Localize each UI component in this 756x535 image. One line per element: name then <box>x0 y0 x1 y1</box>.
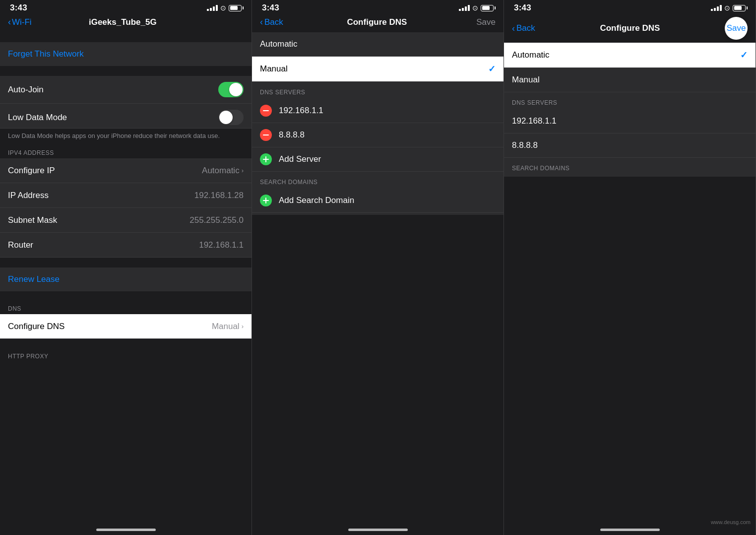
automatic-mode-row-3[interactable]: Automatic ✓ <box>504 43 756 68</box>
dns-server-3-ip-1: 192.168.1.1 <box>512 116 557 126</box>
status-bar-1: 3:43 ⊙ <box>0 0 252 15</box>
status-icons-3: ⊙ <box>711 4 746 12</box>
nav-bar-3: ‹ Back Configure DNS Save <box>504 15 756 43</box>
remove-server-2-button[interactable] <box>260 129 272 141</box>
chevron-left-icon-2: ‹ <box>260 17 263 27</box>
ipv4-section-label: IPV4 ADDRESS <box>0 145 252 158</box>
add-server-button[interactable] <box>260 153 272 165</box>
automatic-mode-label: Automatic <box>260 39 298 49</box>
time-2: 3:43 <box>262 3 279 13</box>
status-bar-3: 3:43 ⊙ <box>504 0 756 15</box>
subnet-mask-label: Subnet Mask <box>8 215 57 225</box>
back-button-3[interactable]: ‹ Back <box>512 23 535 34</box>
nav-bar-1: ‹ Wi-Fi iGeeks_Tube_5G <box>0 15 252 32</box>
router-label: Router <box>8 240 33 250</box>
dns-section-label: DNS <box>0 301 252 314</box>
configure-dns-value: Manual › <box>212 322 244 332</box>
status-icons-2: ⊙ <box>459 4 494 12</box>
automatic-mode-row[interactable]: Automatic <box>252 32 504 57</box>
signal-icon-2 <box>459 5 470 11</box>
checkmark-icon-2: ✓ <box>488 64 496 74</box>
add-server-row[interactable]: Add Server <box>252 147 504 172</box>
add-server-label: Add Server <box>279 154 321 164</box>
dns-server-2-ip: 8.8.8.8 <box>279 130 305 140</box>
subnet-mask-row: Subnet Mask 255.255.255.0 <box>0 208 252 233</box>
manual-mode-row-3[interactable]: Manual <box>504 68 756 92</box>
panel-wifi-detail: 3:43 ⊙ ‹ Wi-Fi iGeeks_Tube_5G Forget Thi… <box>0 0 252 535</box>
battery-icon-1 <box>229 5 242 11</box>
search-domains-label: SEARCH DOMAINS <box>252 172 504 189</box>
nav-bar-2: ‹ Back Configure DNS Save <box>252 15 504 32</box>
panel-configure-dns-manual: 3:43 ⊙ ‹ Back Configure DNS Save Automat… <box>252 0 504 535</box>
router-row: Router 192.168.1.1 <box>0 233 252 258</box>
auto-join-row: Auto-Join <box>0 76 252 104</box>
search-domains-label-3: SEARCH DOMAINS <box>504 158 756 175</box>
configure-ip-row[interactable]: Configure IP Automatic › <box>0 158 252 183</box>
dns-servers-section: DNS SERVERS 192.168.1.1 8.8.8.8 Add Serv… <box>252 82 504 215</box>
dns-server-row-2: 8.8.8.8 <box>252 123 504 147</box>
add-search-domain-button[interactable] <box>260 195 272 206</box>
nav-title-1: iGeeks_Tube_5G <box>2 17 244 27</box>
watermark: www.deusg.com <box>711 519 751 525</box>
ip-address-value: 192.168.1.28 <box>194 191 244 201</box>
time-3: 3:43 <box>514 3 531 13</box>
signal-icon-1 <box>207 5 218 11</box>
renew-lease-button[interactable]: Renew Lease <box>0 268 252 291</box>
home-indicator-2 <box>348 529 408 531</box>
chevron-left-icon-3: ‹ <box>512 23 515 34</box>
automatic-mode-label-3: Automatic <box>512 50 550 60</box>
nav-title-2: Configure DNS <box>347 17 407 27</box>
low-data-mode-toggle[interactable] <box>218 110 244 125</box>
home-indicator-1 <box>96 529 156 531</box>
http-proxy-label: HTTP PROXY <box>0 349 252 362</box>
router-value: 192.168.1.1 <box>199 240 244 250</box>
ip-address-row: IP Address 192.168.1.28 <box>0 183 252 208</box>
chevron-right-icon-configure-ip: › <box>242 167 244 174</box>
manual-mode-row[interactable]: Manual ✓ <box>252 57 504 82</box>
dns-server-3-ip-2: 8.8.8.8 <box>512 140 538 150</box>
low-data-mode-label: Low Data Mode <box>8 113 67 123</box>
home-indicator-3 <box>600 529 660 531</box>
nav-title-3: Configure DNS <box>600 23 660 33</box>
configure-dns-row[interactable]: Configure DNS Manual › <box>0 314 252 339</box>
signal-icon-3 <box>711 5 722 11</box>
configure-ip-label: Configure IP <box>8 166 55 176</box>
save-circle-label: Save <box>727 23 746 33</box>
add-search-domain-row[interactable]: Add Search Domain <box>252 189 504 213</box>
status-icons-1: ⊙ <box>207 4 242 12</box>
panel-configure-dns-automatic: 3:43 ⊙ ‹ Back Configure DNS Save Automat <box>504 0 756 535</box>
checkmark-icon-3: ✓ <box>740 50 748 61</box>
dns-servers-label-3: DNS SERVERS <box>504 92 756 109</box>
manual-mode-label: Manual <box>260 64 288 74</box>
back-label-3: Back <box>516 23 535 33</box>
low-data-description: Low Data Mode helps apps on your iPhone … <box>0 129 252 145</box>
time-1: 3:43 <box>10 3 27 13</box>
dns-server-plain-row-1: 192.168.1.1 <box>504 109 756 134</box>
configure-dns-label: Configure DNS <box>8 322 64 332</box>
manual-mode-label-3: Manual <box>512 75 540 85</box>
dns-server-plain-row-2: 8.8.8.8 <box>504 134 756 158</box>
auto-join-toggle[interactable] <box>218 82 244 97</box>
save-circle-button[interactable]: Save <box>725 17 748 40</box>
remove-server-1-button[interactable] <box>260 105 272 117</box>
wifi-icon-1: ⊙ <box>220 4 226 12</box>
wifi-icon-3: ⊙ <box>724 4 730 12</box>
battery-icon-3 <box>733 5 746 11</box>
auto-join-label: Auto-Join <box>8 85 44 95</box>
back-button-2[interactable]: ‹ Back <box>260 17 283 27</box>
dns-server-1-ip: 192.168.1.1 <box>279 106 323 116</box>
dns-servers-label: DNS SERVERS <box>252 82 504 99</box>
status-bar-2: 3:43 ⊙ <box>252 0 504 15</box>
forget-network-button[interactable]: Forget This Network <box>0 42 252 66</box>
ip-address-label: IP Address <box>8 191 49 201</box>
dns-server-row-1: 192.168.1.1 <box>252 99 504 123</box>
low-data-mode-row: Low Data Mode <box>0 104 252 129</box>
dns-servers-section-3: DNS SERVERS 192.168.1.1 8.8.8.8 SEARCH D… <box>504 92 756 177</box>
wifi-icon-2: ⊙ <box>472 4 478 12</box>
subnet-mask-value: 255.255.255.0 <box>189 215 244 225</box>
back-label-2: Back <box>264 17 283 27</box>
add-search-domain-label: Add Search Domain <box>279 196 354 205</box>
save-button-2[interactable]: Save <box>471 17 496 27</box>
battery-icon-2 <box>481 5 494 11</box>
chevron-right-icon-dns: › <box>242 323 244 330</box>
